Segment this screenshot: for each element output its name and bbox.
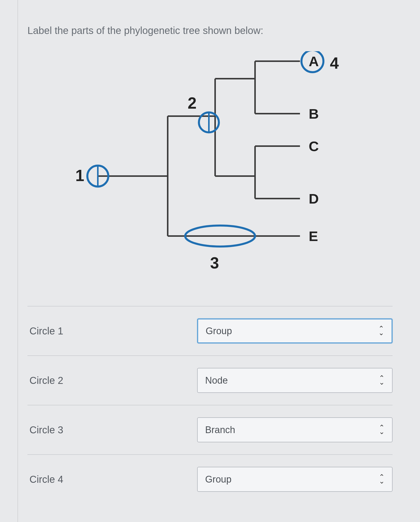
tip-d: D (309, 191, 319, 207)
select-wrap: Group ⌃⌄ (197, 318, 393, 343)
select-value: Node (205, 375, 228, 386)
figure-wrap: 1 2 3 4 A B C D E (27, 51, 393, 276)
row-label: Circle 3 (27, 424, 197, 436)
tip-c: C (309, 138, 319, 154)
answer-row-circle-3: Circle 3 Branch ⌃⌄ (27, 405, 393, 454)
select-circle-3[interactable]: Branch ⌃⌄ (197, 417, 393, 442)
question-container: Label the parts of the phylogenetic tree… (0, 0, 420, 504)
label-3: 3 (210, 254, 219, 272)
select-circle-4[interactable]: Group ⌃⌄ (197, 467, 393, 492)
question-prompt: Label the parts of the phylogenetic tree… (27, 25, 393, 36)
label-1: 1 (75, 167, 84, 185)
select-value: Branch (205, 425, 235, 435)
phylogenetic-tree-figure: 1 2 3 4 A B C D E (60, 51, 360, 276)
select-circle-2[interactable]: Node ⌃⌄ (197, 368, 393, 393)
answers-list: Circle 1 Group ⌃⌄ Circle 2 Node ⌃⌄ Circl… (27, 306, 393, 504)
label-2: 2 (188, 94, 197, 112)
answer-row-circle-1: Circle 1 Group ⌃⌄ (27, 306, 393, 355)
label-4: 4 (330, 54, 339, 72)
row-label: Circle 4 (27, 474, 197, 485)
row-label: Circle 2 (27, 375, 197, 386)
row-label: Circle 1 (27, 325, 197, 337)
answer-row-circle-4: Circle 4 Group ⌃⌄ (27, 454, 393, 504)
chevron-updown-icon: ⌃⌄ (379, 475, 385, 484)
select-wrap: Node ⌃⌄ (197, 368, 393, 393)
select-circle-1[interactable]: Group ⌃⌄ (197, 318, 393, 343)
chevron-updown-icon: ⌃⌄ (379, 426, 385, 434)
answer-row-circle-2: Circle 2 Node ⌃⌄ (27, 355, 393, 405)
select-wrap: Branch ⌃⌄ (197, 417, 393, 442)
tip-a: A (309, 53, 319, 69)
chevron-updown-icon: ⌃⌄ (378, 327, 384, 335)
select-value: Group (206, 326, 232, 336)
tip-b: B (309, 106, 319, 122)
select-wrap: Group ⌃⌄ (197, 467, 393, 492)
chevron-updown-icon: ⌃⌄ (379, 376, 385, 385)
select-value: Group (205, 474, 232, 485)
tip-e: E (309, 228, 318, 244)
